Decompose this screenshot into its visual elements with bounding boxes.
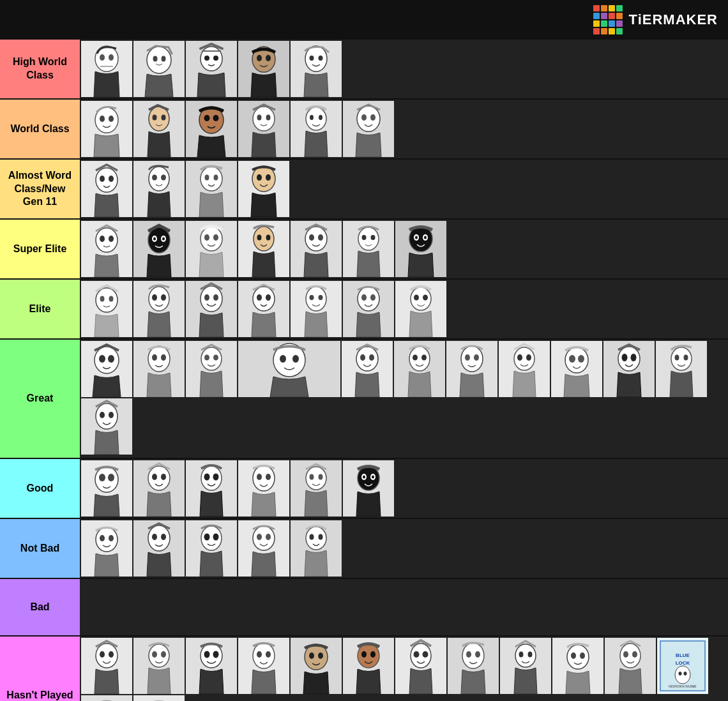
tier-item[interactable]: [81, 161, 132, 217]
tier-item[interactable]: [238, 638, 289, 694]
svg-point-71: [162, 237, 165, 241]
svg-point-225: [201, 644, 222, 668]
tier-item[interactable]: [238, 460, 289, 516]
tier-item[interactable]: [343, 221, 394, 277]
tier-item[interactable]: BLUE LOCK NISHIOKA HAJIME: [657, 638, 708, 694]
tier-item[interactable]: [238, 281, 289, 337]
tier-item[interactable]: [81, 41, 132, 97]
tier-item[interactable]: [81, 221, 132, 277]
tier-item[interactable]: [291, 638, 342, 694]
tier-row-awc: Almost Word Class/New Gen 11: [0, 160, 728, 220]
svg-point-6: [147, 47, 171, 73]
tier-item[interactable]: [603, 341, 655, 397]
tiermaker-text: TiERMAKER: [629, 11, 718, 28]
tier-item[interactable]: [342, 341, 393, 397]
svg-point-97: [109, 296, 114, 302]
tier-item[interactable]: [238, 221, 289, 277]
tier-item[interactable]: [291, 41, 342, 97]
svg-point-8: [162, 56, 166, 62]
tier-item[interactable]: [605, 638, 656, 694]
character-image: [291, 638, 342, 694]
tier-item[interactable]: [186, 281, 237, 337]
character-image: [81, 695, 132, 701]
tier-item[interactable]: [656, 341, 707, 397]
character-image: [291, 520, 342, 577]
tier-item[interactable]: [186, 341, 237, 397]
tier-item[interactable]: [238, 41, 289, 97]
tier-item[interactable]: [238, 341, 340, 397]
tier-item[interactable]: [551, 341, 602, 397]
tier-item[interactable]: [81, 398, 132, 455]
logo-cell: [593, 20, 600, 27]
svg-point-77: [254, 227, 274, 251]
logo-cell: [593, 13, 600, 19]
tier-item[interactable]: [343, 101, 394, 157]
tier-item[interactable]: [238, 161, 289, 217]
tier-item[interactable]: [343, 638, 394, 694]
logo-cell: [609, 20, 615, 27]
character-image: [81, 221, 132, 277]
tier-item[interactable]: [394, 341, 445, 397]
tier-item[interactable]: [238, 101, 289, 157]
tier-item[interactable]: [133, 101, 185, 157]
tier-item[interactable]: [291, 520, 342, 577]
tier-item[interactable]: [395, 638, 446, 694]
tier-item[interactable]: [552, 638, 603, 694]
tier-item[interactable]: [81, 520, 132, 577]
tier-item[interactable]: [446, 341, 497, 397]
svg-point-43: [357, 106, 380, 132]
tier-item[interactable]: [186, 161, 237, 217]
svg-point-105: [213, 294, 218, 301]
character-image: [186, 520, 237, 577]
svg-point-120: [414, 295, 419, 301]
tier-item[interactable]: [186, 520, 237, 577]
tier-item[interactable]: [343, 460, 394, 516]
tier-item[interactable]: [395, 281, 446, 337]
svg-point-219: [109, 651, 114, 658]
tier-item[interactable]: [133, 161, 185, 217]
tier-item[interactable]: [186, 638, 237, 694]
tier-item[interactable]: [395, 221, 446, 277]
tier-item[interactable]: [291, 460, 342, 516]
tier-item[interactable]: [81, 638, 132, 694]
tier-item[interactable]: [291, 221, 342, 277]
tier-item[interactable]: [133, 638, 185, 694]
svg-point-183: [253, 465, 275, 491]
tier-item[interactable]: [133, 695, 185, 701]
tier-item[interactable]: [133, 221, 185, 277]
tier-label-hasnt: Hasn't Played: [0, 637, 80, 701]
tier-item[interactable]: [186, 101, 237, 157]
character-image: [291, 460, 342, 516]
svg-point-96: [100, 296, 105, 302]
tier-items-se: [80, 220, 728, 278]
tier-item[interactable]: [238, 520, 289, 577]
svg-point-133: [213, 355, 218, 361]
tier-item[interactable]: [133, 341, 185, 397]
character-image: [186, 161, 237, 217]
tier-item[interactable]: [133, 41, 185, 97]
tier-item[interactable]: [81, 101, 132, 157]
tier-item[interactable]: [291, 101, 342, 157]
tier-item[interactable]: [81, 695, 132, 701]
tier-item[interactable]: [186, 221, 237, 277]
tier-item[interactable]: [448, 638, 499, 694]
tier-item[interactable]: [133, 281, 185, 337]
character-image: [133, 695, 185, 701]
tier-item[interactable]: [186, 460, 237, 516]
tier-item[interactable]: [81, 460, 132, 516]
logo-cell: [593, 5, 600, 11]
tier-item[interactable]: [81, 281, 132, 337]
tier-item[interactable]: [186, 41, 237, 97]
tier-item[interactable]: [499, 341, 550, 397]
character-image: [446, 341, 497, 397]
svg-point-116: [361, 294, 367, 301]
svg-point-187: [306, 467, 326, 490]
svg-point-59: [252, 166, 275, 192]
tier-item[interactable]: [133, 520, 185, 577]
tier-item[interactable]: [81, 341, 132, 397]
character-image: [343, 101, 394, 157]
tier-item[interactable]: [500, 638, 551, 694]
tier-item[interactable]: [133, 460, 185, 516]
tier-item[interactable]: [291, 281, 342, 337]
tier-item[interactable]: [343, 281, 394, 337]
